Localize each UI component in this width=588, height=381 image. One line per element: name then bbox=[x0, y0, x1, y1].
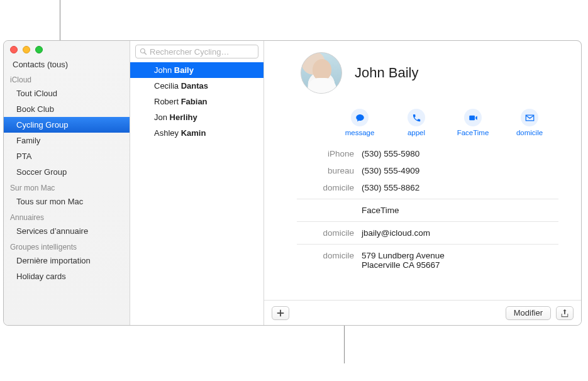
sidebar-item-family[interactable]: Family bbox=[4, 133, 130, 148]
sidebar-item-all-contacts[interactable]: Contacts (tous) bbox=[4, 57, 130, 72]
email-row: domicile jbaily@icloud.com bbox=[264, 224, 570, 241]
divider bbox=[297, 199, 558, 199]
contact-card: John Baily message appel FaceTime domici… bbox=[264, 41, 581, 325]
phone-row: iPhone (530) 555-5980 bbox=[264, 145, 570, 162]
zoom-window-button[interactable] bbox=[35, 46, 43, 53]
facetime-row: FaceTime bbox=[264, 202, 570, 219]
window-controls bbox=[10, 46, 43, 53]
groups-sidebar: Contacts (tous) iCloud Tout iCloud Book … bbox=[4, 41, 130, 325]
sidebar-section-smart-groups: Groupes intelligents bbox=[4, 239, 130, 253]
svg-line-1 bbox=[145, 53, 147, 55]
video-icon bbox=[469, 113, 478, 123]
sidebar-item-directory-services[interactable]: Services d’annuaire bbox=[4, 223, 130, 239]
search-input[interactable]: Rechercher Cycling… bbox=[135, 45, 258, 58]
action-call[interactable]: appel bbox=[399, 109, 433, 136]
minimize-window-button[interactable] bbox=[23, 46, 30, 53]
share-button[interactable] bbox=[556, 306, 574, 320]
edit-button[interactable]: Modifier bbox=[506, 306, 551, 320]
sidebar-section-icloud: iCloud bbox=[4, 72, 130, 86]
divider bbox=[297, 244, 558, 245]
share-icon bbox=[560, 309, 569, 318]
address-row: domicile 579 Lundberg Avenue Placerville… bbox=[264, 247, 570, 273]
divider bbox=[297, 221, 558, 222]
sidebar-item-tout-icloud[interactable]: Tout iCloud bbox=[4, 86, 130, 101]
phone-icon bbox=[412, 113, 421, 123]
contact-row[interactable]: Robert Fabian bbox=[130, 94, 263, 109]
sidebar-item-cycling-group[interactable]: Cycling Group bbox=[4, 117, 130, 133]
callout-line-top bbox=[60, 0, 60, 40]
sidebar-section-on-my-mac: Sur mon Mac bbox=[4, 180, 130, 194]
card-footer: Modifier bbox=[264, 300, 581, 325]
sidebar-item-soccer-group[interactable]: Soccer Group bbox=[4, 164, 130, 180]
action-email-home[interactable]: domicile bbox=[513, 109, 546, 136]
search-placeholder: Rechercher Cycling… bbox=[150, 47, 229, 57]
contact-row[interactable]: Ashley Kamin bbox=[130, 125, 263, 141]
contacts-window: Contacts (tous) iCloud Tout iCloud Book … bbox=[3, 40, 582, 326]
sidebar-item-last-import[interactable]: Dernière importation bbox=[4, 253, 130, 268]
sidebar-item-all-on-my-mac[interactable]: Tous sur mon Mac bbox=[4, 194, 130, 209]
contact-list-panel: Rechercher Cycling… John Baily Cecilia D… bbox=[130, 41, 264, 325]
chat-icon bbox=[355, 113, 365, 123]
mail-icon bbox=[525, 113, 535, 123]
sidebar-item-pta[interactable]: PTA bbox=[4, 148, 130, 164]
contact-row[interactable]: Cecilia Dantas bbox=[130, 78, 263, 94]
contact-name: John Baily bbox=[355, 65, 419, 81]
action-facetime[interactable]: FaceTime bbox=[456, 109, 490, 136]
sidebar-section-directories: Annuaires bbox=[4, 209, 130, 223]
action-message[interactable]: message bbox=[343, 109, 377, 136]
contact-row[interactable]: Jon Herlihy bbox=[130, 109, 263, 125]
contact-row[interactable]: John Baily bbox=[130, 62, 263, 78]
phone-row: domicile (530) 555-8862 bbox=[264, 179, 570, 196]
contact-fields: iPhone (530) 555-5980 bureau (530) 555-4… bbox=[264, 145, 581, 273]
sidebar-item-holiday-cards[interactable]: Holiday cards bbox=[4, 268, 130, 284]
search-icon bbox=[140, 48, 147, 55]
contact-actions: message appel FaceTime domicile bbox=[264, 94, 581, 145]
avatar[interactable] bbox=[301, 52, 342, 94]
plus-icon bbox=[276, 309, 285, 318]
callout-line-bottom bbox=[344, 326, 345, 363]
phone-row: bureau (530) 555-4909 bbox=[264, 162, 570, 179]
add-field-button[interactable] bbox=[272, 306, 289, 320]
contact-list: John Baily Cecilia Dantas Robert Fabian … bbox=[130, 62, 263, 325]
close-window-button[interactable] bbox=[10, 46, 18, 53]
sidebar-item-book-club[interactable]: Book Club bbox=[4, 101, 130, 117]
